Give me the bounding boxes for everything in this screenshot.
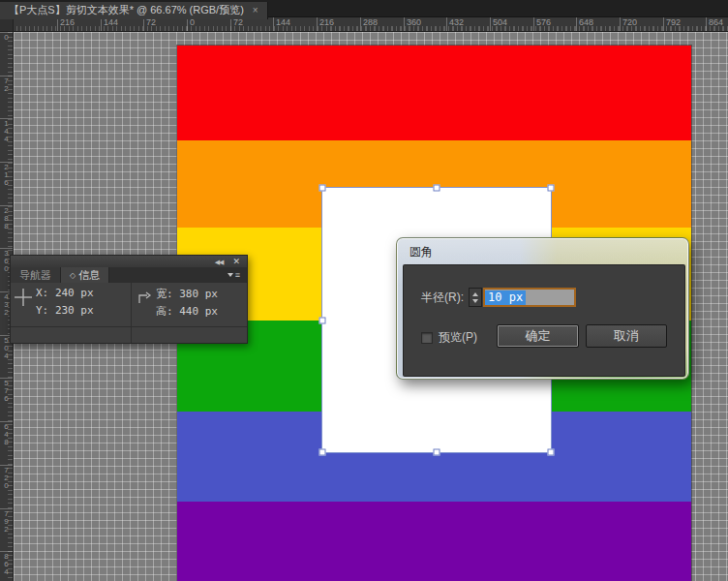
menu-triangle-icon	[228, 273, 233, 277]
stripe-red[interactable]	[177, 46, 691, 140]
ruler-v-label: 792	[0, 510, 13, 534]
close-panel-icon[interactable]: ✕	[232, 258, 240, 266]
info-panel-body: X: 240 px Y: 230 px 宽: 380 px 高: 440 px	[11, 283, 247, 343]
ruler-v-label: 720	[0, 467, 13, 490]
ruler-v-label: 288	[0, 207, 13, 230]
selection-handle-br[interactable]	[548, 449, 555, 456]
ruler-v-label: 216	[0, 164, 13, 187]
illustrator-window: 2161447207214421628836043250457664872079…	[0, 0, 728, 581]
info-panel-tabs: 导航器 ◇ 信息 ≡	[11, 267, 247, 283]
ruler-h-label: 144	[104, 18, 118, 27]
ruler-h-label: 0	[190, 18, 195, 27]
preview-row: 预览(P)	[421, 329, 477, 346]
document-close-icon[interactable]: ×	[253, 6, 258, 15]
ruler-h-tick	[360, 17, 361, 31]
height-value: 440 px	[179, 305, 218, 318]
radius-input-selected-text: 10 px	[485, 290, 526, 305]
document-tab[interactable]: 【P大点S】剪切文本效果* @ 66.67% (RGB/预览) ×	[0, 2, 268, 19]
ruler-v-label: 144	[0, 120, 13, 143]
info-height-readout: 高: 440 px	[156, 304, 218, 319]
ruler-h-label: 72	[233, 18, 243, 27]
preview-checkbox[interactable]	[421, 332, 433, 344]
y-value: 230 px	[55, 304, 94, 317]
selection-handle-tm[interactable]	[434, 185, 440, 192]
ruler-h-label: 432	[449, 18, 464, 27]
ruler-h-tick	[576, 17, 577, 31]
panel-cycle-icon: ◇	[70, 271, 76, 280]
cursor-position-icon	[15, 289, 32, 306]
document-tab-bar: 【P大点S】剪切文本效果* @ 66.67% (RGB/预览) ×	[0, 0, 728, 17]
selection-handle-ml[interactable]	[319, 317, 326, 323]
cancel-button[interactable]: 取消	[586, 324, 667, 348]
ruler-h-tick	[533, 17, 534, 31]
ruler-h-tick	[230, 17, 231, 31]
selection-handle-tl[interactable]	[319, 185, 326, 192]
preview-label: 预览(P)	[439, 329, 477, 346]
round-corners-dialog: 圆角 半径(R): 10 px 预览(P) 确定 取消	[396, 237, 689, 380]
ruler-h-label: 72	[146, 18, 156, 27]
dialog-body: 半径(R): 10 px 预览(P) 确定 取消	[403, 264, 685, 377]
stripe-purple[interactable]	[177, 502, 691, 581]
ruler-h-label: 792	[666, 18, 681, 27]
ruler-h-tick	[620, 17, 621, 31]
selection-handle-bl[interactable]	[319, 449, 326, 456]
ruler-h-label: 288	[363, 18, 378, 27]
info-x-readout: X: 240 px	[36, 287, 94, 299]
ruler-h-label: 360	[407, 18, 421, 27]
panel-menu-button[interactable]: ≡	[228, 267, 247, 283]
ruler-h-tick	[663, 17, 664, 31]
height-label: 高:	[156, 305, 173, 318]
spinner-down-icon[interactable]	[472, 299, 478, 303]
ruler-h-label: 720	[622, 18, 637, 27]
ruler-h-tick	[101, 17, 102, 31]
ruler-h-tick	[187, 17, 188, 31]
ruler-h-tick	[143, 17, 144, 31]
ruler-h-tick	[404, 17, 405, 31]
tab-navigator[interactable]: 导航器	[11, 267, 61, 283]
width-value: 380 px	[179, 288, 218, 300]
info-width-readout: 宽: 380 px	[156, 287, 218, 301]
ruler-v-label: 72	[0, 77, 13, 93]
document-title: 【P大点S】剪切文本效果* @ 66.67% (RGB/预览)	[9, 3, 244, 17]
info-panel: ◀◀ ✕ 导航器 ◇ 信息 ≡ X: 240 px	[10, 255, 248, 344]
ruler-h-label: 576	[536, 18, 551, 27]
ruler-h-tick	[57, 17, 58, 31]
radius-row: 半径(R): 10 px	[421, 288, 576, 307]
info-y-readout: Y: 230 px	[36, 304, 94, 317]
selection-handle-bm[interactable]	[434, 449, 440, 456]
ok-button[interactable]: 确定	[497, 324, 579, 348]
collapse-panel-icon[interactable]: ◀◀	[215, 259, 224, 265]
tab-navigator-label: 导航器	[19, 268, 51, 283]
panel-divider-horizontal	[11, 326, 247, 327]
radius-label: 半径(R):	[421, 290, 464, 306]
ruler-h-label: 504	[493, 18, 507, 27]
menu-bars-icon: ≡	[235, 271, 240, 280]
ruler-h-label: 864	[709, 18, 723, 27]
radius-stepper[interactable]	[469, 288, 482, 307]
dialog-title[interactable]: 圆角	[410, 244, 433, 260]
width-label: 宽:	[156, 288, 173, 300]
tab-info[interactable]: ◇ 信息	[61, 267, 109, 283]
panel-divider-vertical	[131, 283, 132, 343]
info-panel-header[interactable]: ◀◀ ✕	[11, 256, 247, 267]
ruler-h-tick	[273, 17, 274, 31]
ruler-h-label: 648	[579, 18, 593, 27]
horizontal-ruler[interactable]: 2161447207214421628836043250457664872079…	[0, 17, 728, 32]
tab-info-label: 信息	[78, 268, 100, 283]
ruler-v-label: 864	[0, 553, 13, 576]
ruler-h-tick	[317, 17, 318, 31]
ruler-corner[interactable]	[0, 17, 14, 32]
spinner-up-icon[interactable]	[472, 292, 478, 296]
selection-handle-tr[interactable]	[548, 185, 555, 192]
ruler-h-label: 216	[319, 18, 334, 27]
ruler-h-tick	[490, 17, 491, 31]
ruler-h-label: 144	[276, 18, 290, 27]
ruler-h-tick	[446, 17, 447, 31]
ruler-h-tick	[706, 17, 707, 31]
x-label: X:	[36, 287, 48, 299]
y-label: Y:	[36, 304, 48, 317]
ruler-v-label: 576	[0, 380, 13, 403]
x-value: 240 px	[55, 287, 94, 299]
radius-input[interactable]: 10 px	[483, 288, 576, 307]
ruler-v-label: 0	[0, 34, 13, 42]
